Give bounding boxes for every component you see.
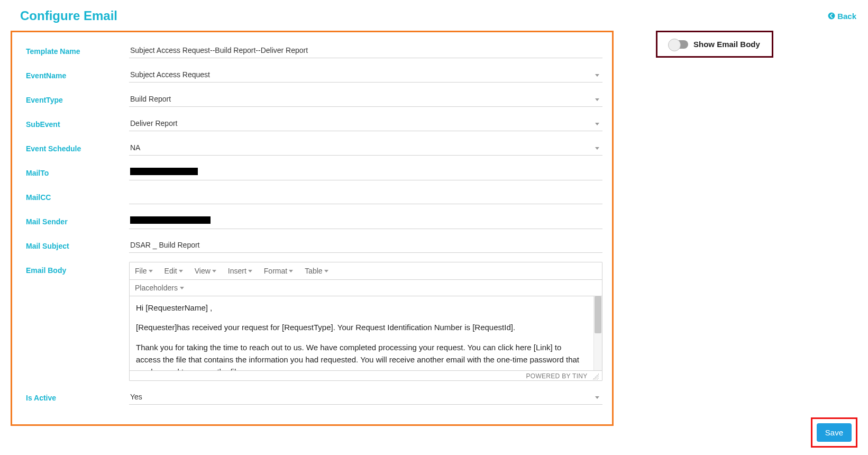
event-type-select[interactable] xyxy=(129,92,602,107)
label-sub-event: SubEvent xyxy=(26,116,129,129)
show-email-body-toggle[interactable] xyxy=(669,40,688,49)
mail-subject-input[interactable] xyxy=(129,238,602,253)
chevron-down-icon xyxy=(179,270,183,272)
email-body-editor: File Edit View Insert Format Table Place… xyxy=(129,262,602,381)
svg-point-0 xyxy=(828,13,835,20)
sub-event-select[interactable] xyxy=(129,116,602,131)
label-is-active: Is Active xyxy=(26,389,129,402)
redacted-text xyxy=(130,216,211,224)
label-email-body: Email Body xyxy=(26,262,129,275)
editor-menu-edit[interactable]: Edit xyxy=(165,267,183,275)
editor-menu-view[interactable]: View xyxy=(195,267,216,275)
back-arrow-icon xyxy=(828,12,835,20)
mail-to-input[interactable] xyxy=(129,165,602,180)
label-template-name: Template Name xyxy=(26,43,129,56)
editor-paragraph: Thank you for taking the time to reach o… xyxy=(136,341,587,371)
show-email-body-panel: Show Email Body xyxy=(656,31,773,58)
mail-cc-input[interactable] xyxy=(129,189,602,204)
label-mail-to: MailTo xyxy=(26,165,129,177)
label-mail-subject: Mail Subject xyxy=(26,238,129,250)
editor-menu-format[interactable]: Format xyxy=(264,267,293,275)
scroll-thumb[interactable] xyxy=(595,296,601,333)
editor-footer: POWERED BY TINY xyxy=(130,370,602,380)
save-button[interactable]: Save xyxy=(817,423,852,436)
redacted-text xyxy=(130,168,198,175)
editor-paragraph: [Requester]has received your request for… xyxy=(136,321,587,333)
back-link[interactable]: Back xyxy=(828,12,856,21)
label-mail-sender: Mail Sender xyxy=(26,213,129,226)
label-event-type: EventType xyxy=(26,92,129,104)
is-active-select[interactable] xyxy=(129,389,602,405)
mail-sender-input[interactable] xyxy=(129,213,602,229)
chevron-down-icon xyxy=(324,270,328,272)
editor-menu-file[interactable]: File xyxy=(135,267,153,275)
editor-scrollbar[interactable]: ▲ xyxy=(593,296,602,370)
editor-menu-table[interactable]: Table xyxy=(305,267,328,275)
editor-branding: POWERED BY TINY xyxy=(526,372,587,380)
label-event-schedule: Event Schedule xyxy=(26,140,129,153)
page-title: Configure Email xyxy=(20,8,117,23)
event-schedule-select[interactable] xyxy=(129,140,602,156)
chevron-down-icon xyxy=(248,270,252,272)
editor-menubar: File Edit View Insert Format Table xyxy=(130,262,602,280)
show-email-body-label: Show Email Body xyxy=(693,40,760,49)
save-highlight: Save xyxy=(811,417,857,436)
form-panel: Template Name EventName EventType SubEve… xyxy=(11,31,614,426)
editor-paragraph: Hi [RequesterName] , xyxy=(136,302,587,314)
chevron-down-icon xyxy=(180,287,184,289)
chevron-down-icon xyxy=(149,270,153,272)
editor-resize-handle[interactable] xyxy=(592,374,599,380)
back-label: Back xyxy=(837,12,856,21)
label-event-name: EventName xyxy=(26,67,129,80)
editor-content[interactable]: Hi [RequesterName] , [Requester]has rece… xyxy=(130,296,593,370)
template-name-input[interactable] xyxy=(129,43,602,58)
label-mail-cc: MailCC xyxy=(26,189,129,202)
chevron-down-icon xyxy=(289,270,293,272)
event-name-select[interactable] xyxy=(129,67,602,83)
editor-placeholders-button[interactable]: Placeholders xyxy=(135,284,184,292)
editor-menu-insert[interactable]: Insert xyxy=(228,267,252,275)
chevron-down-icon xyxy=(212,270,216,272)
